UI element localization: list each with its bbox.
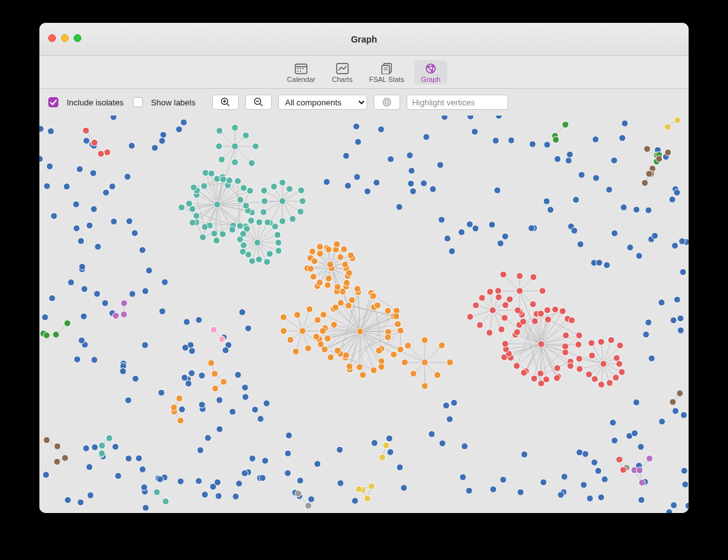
graph-node[interactable]: [216, 426, 222, 432]
graph-node[interactable]: [391, 351, 397, 357]
graph-node[interactable]: [530, 274, 537, 280]
graph-node[interactable]: [561, 474, 567, 480]
graph-node[interactable]: [39, 126, 44, 132]
graph-node[interactable]: [447, 416, 453, 422]
graph-node[interactable]: [379, 454, 386, 460]
graph-node[interactable]: [229, 227, 235, 233]
graph-node[interactable]: [576, 332, 583, 338]
graph-node[interactable]: [245, 325, 252, 331]
graph-node[interactable]: [261, 198, 267, 204]
graph-node[interactable]: [383, 442, 389, 448]
graph-node[interactable]: [471, 128, 478, 135]
graph-node[interactable]: [438, 342, 445, 349]
graph-node[interactable]: [68, 279, 74, 286]
graph-node[interactable]: [393, 313, 399, 319]
graph-node[interactable]: [600, 361, 607, 367]
graph-node[interactable]: [384, 334, 391, 340]
graph-node[interactable]: [603, 262, 610, 268]
graph-node[interactable]: [677, 327, 684, 333]
graph-node[interactable]: [576, 449, 583, 455]
graph-node[interactable]: [442, 116, 448, 120]
graph-node[interactable]: [191, 184, 197, 190]
graph-node[interactable]: [257, 416, 264, 422]
graph-node[interactable]: [467, 116, 473, 119]
graph-node[interactable]: [337, 480, 344, 486]
graph-node[interactable]: [633, 399, 640, 406]
graph-node[interactable]: [259, 475, 266, 481]
graph-node[interactable]: [124, 173, 130, 180]
graph-node[interactable]: [316, 243, 323, 250]
graph-node[interactable]: [437, 162, 443, 168]
graph-node[interactable]: [364, 495, 370, 502]
graph-node[interactable]: [87, 492, 93, 498]
graph-node[interactable]: [297, 477, 303, 484]
graph-node[interactable]: [492, 137, 499, 143]
graph-node[interactable]: [181, 375, 187, 381]
graph-node[interactable]: [670, 502, 677, 509]
graph-node[interactable]: [311, 258, 318, 264]
graph-node[interactable]: [272, 223, 278, 230]
graph-node[interactable]: [79, 263, 85, 270]
graph-node[interactable]: [48, 128, 54, 134]
graph-node[interactable]: [631, 430, 638, 436]
graph-node[interactable]: [176, 395, 182, 401]
graph-node[interactable]: [220, 176, 226, 182]
graph-node[interactable]: [637, 467, 643, 474]
graph-node[interactable]: [611, 157, 617, 163]
graph-node[interactable]: [410, 188, 416, 194]
graph-node[interactable]: [682, 481, 688, 488]
graph-node[interactable]: [429, 186, 436, 192]
graph-node[interactable]: [652, 232, 658, 239]
graph-node[interactable]: [521, 451, 527, 458]
graph-node[interactable]: [396, 464, 403, 470]
graph-node[interactable]: [538, 380, 544, 387]
zoom-icon[interactable]: [74, 34, 81, 42]
graph-node[interactable]: [139, 466, 145, 472]
graph-node[interactable]: [638, 444, 644, 450]
graph-node[interactable]: [95, 243, 101, 250]
graph-node[interactable]: [500, 271, 506, 277]
graph-node[interactable]: [222, 347, 229, 353]
graph-node[interactable]: [305, 502, 311, 509]
graph-node[interactable]: [371, 440, 377, 446]
graph-node[interactable]: [530, 301, 536, 307]
graph-node[interactable]: [94, 291, 100, 297]
graph-node[interactable]: [334, 241, 340, 247]
graph-node[interactable]: [664, 124, 671, 130]
graph-node[interactable]: [611, 437, 617, 444]
graph-node[interactable]: [593, 175, 599, 181]
graph-node[interactable]: [325, 275, 332, 281]
graph-node[interactable]: [616, 457, 623, 463]
graph-node[interactable]: [633, 206, 640, 213]
graph-node[interactable]: [78, 337, 84, 343]
graph-node[interactable]: [670, 317, 677, 323]
graph-node[interactable]: [598, 338, 604, 345]
graph-node[interactable]: [252, 406, 258, 413]
graph-node[interactable]: [608, 337, 614, 343]
graph-node[interactable]: [220, 378, 227, 385]
graph-node[interactable]: [307, 265, 314, 272]
graph-node[interactable]: [674, 117, 680, 123]
graph-node[interactable]: [240, 185, 246, 191]
graph-node[interactable]: [43, 332, 50, 338]
show-labels-checkbox[interactable]: [133, 97, 143, 107]
graph-node[interactable]: [374, 302, 381, 309]
graph-node[interactable]: [498, 326, 504, 333]
graph-node[interactable]: [466, 488, 472, 494]
graph-node[interactable]: [466, 221, 473, 227]
graph-node[interactable]: [159, 138, 165, 144]
graph-node[interactable]: [397, 327, 403, 333]
graph-node[interactable]: [232, 143, 238, 149]
graph-node[interactable]: [292, 349, 299, 355]
graph-node[interactable]: [486, 330, 492, 336]
graph-node[interactable]: [612, 374, 619, 380]
graph-node[interactable]: [199, 401, 205, 408]
graph-node[interactable]: [421, 180, 427, 186]
graph-node[interactable]: [249, 258, 255, 264]
graph-node[interactable]: [51, 213, 57, 219]
graph-node[interactable]: [589, 352, 595, 359]
target-button[interactable]: [374, 95, 400, 110]
graph-node[interactable]: [188, 370, 194, 377]
graph-node[interactable]: [472, 225, 478, 232]
graph-node[interactable]: [112, 312, 119, 319]
